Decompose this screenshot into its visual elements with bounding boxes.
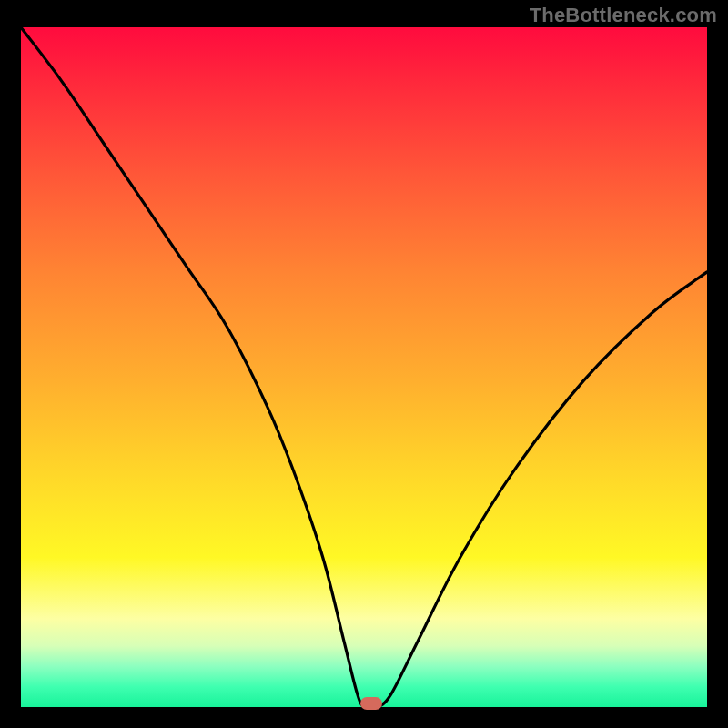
- bottleneck-curve: [21, 27, 707, 707]
- optimum-marker: [360, 697, 382, 710]
- plot-area: [21, 27, 707, 707]
- watermark-text: TheBottleneck.com: [530, 4, 717, 27]
- chart-frame: TheBottleneck.com: [0, 0, 728, 728]
